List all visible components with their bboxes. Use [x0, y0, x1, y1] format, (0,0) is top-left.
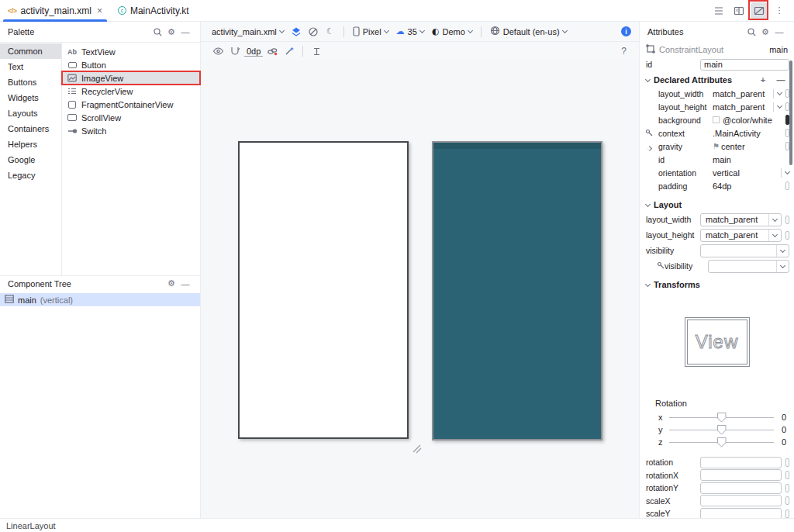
tools-visibility-combo[interactable] [708, 260, 789, 273]
add-attribute-icon[interactable]: + [756, 73, 770, 87]
pick-resource-icon[interactable] [785, 181, 789, 190]
file-selector-dropdown[interactable]: activity_main.xml [209, 26, 287, 38]
palette-item-button[interactable]: Button [62, 58, 200, 71]
tab-label: MainActivity.kt [130, 5, 189, 16]
xml-file-icon: </> [8, 7, 17, 15]
attr-row-context[interactable]: context .MainActivity [640, 126, 794, 140]
rotation-x-input[interactable] [700, 469, 782, 481]
resize-handle[interactable] [412, 444, 423, 454]
palette-items: Ab TextView Button ImageView [62, 43, 200, 275]
search-icon[interactable] [744, 25, 758, 39]
design-canvas[interactable] [201, 60, 639, 518]
attributes-panel: Attributes ⚙ — ConstraintLayout main id [639, 22, 794, 518]
attr-row-layout-height[interactable]: layout_height match_parent [640, 100, 794, 113]
pick-resource-icon[interactable] [785, 471, 789, 479]
gear-icon[interactable]: ⚙ [164, 277, 178, 291]
scrollbar-thumb[interactable] [789, 60, 792, 165]
category-legacy[interactable]: Legacy [0, 168, 61, 183]
autoconnect-icon[interactable] [227, 43, 243, 59]
tab-activity-main-xml[interactable]: </> activity_main.xml × [0, 0, 110, 22]
device-frame-toggle-icon[interactable] [306, 24, 321, 40]
palette-item-imageview[interactable]: ImageView [62, 71, 200, 85]
device-preview-design[interactable] [238, 141, 409, 439]
declared-attributes-section-header[interactable]: Declared Attributes + — [640, 72, 794, 87]
gear-icon[interactable]: ⚙ [758, 25, 772, 39]
more-options-icon[interactable]: ⋮ [771, 2, 788, 19]
slider-thumb[interactable] [717, 437, 727, 447]
infer-constraints-icon[interactable] [281, 43, 297, 59]
pick-resource-icon[interactable] [785, 510, 789, 518]
layout-row-tools-visibility: visibility [640, 258, 794, 274]
info-icon[interactable]: i [621, 26, 631, 36]
slider-thumb[interactable] [717, 413, 727, 423]
transforms-section-header[interactable]: Transforms [640, 277, 794, 292]
transform-preview-text: View [696, 331, 739, 353]
locale-selector-dropdown[interactable]: Default (en-us) [487, 24, 570, 39]
align-tools-icon[interactable] [309, 43, 324, 59]
clear-constraints-icon[interactable] [264, 43, 280, 59]
search-icon[interactable] [150, 25, 164, 39]
attr-row-id[interactable]: id main [640, 153, 794, 166]
attr-row-background[interactable]: background @color/white [640, 113, 794, 126]
split-view-icon[interactable] [730, 2, 747, 19]
rotation-label: Rotation [640, 399, 794, 411]
device-selector-dropdown[interactable]: Pixel [350, 25, 392, 38]
rotation-input[interactable] [700, 457, 782, 468]
pick-resource-icon[interactable] [785, 216, 789, 224]
gear-icon[interactable]: ⚙ [164, 25, 178, 39]
code-view-icon[interactable] [710, 2, 727, 19]
category-buttons[interactable]: Buttons [0, 74, 61, 90]
design-view-icon[interactable] [751, 2, 768, 19]
help-icon[interactable]: ? [621, 46, 630, 57]
view-options-icon[interactable] [210, 43, 226, 59]
pick-resource-icon[interactable] [785, 484, 789, 492]
category-common[interactable]: Common [0, 43, 61, 59]
category-containers[interactable]: Containers [0, 121, 61, 136]
attr-row-orientation[interactable]: orientation vertical [640, 166, 794, 179]
id-input[interactable] [700, 59, 789, 71]
api-level-dropdown[interactable]: ☁ 35 [393, 25, 427, 38]
pick-resource-icon[interactable] [785, 458, 789, 467]
layout-width-combo[interactable]: match_parent [700, 213, 782, 226]
palette-item-switch[interactable]: Switch [62, 124, 200, 137]
visibility-combo[interactable] [700, 244, 789, 257]
pick-resource-icon[interactable] [785, 496, 789, 505]
category-text[interactable]: Text [0, 59, 61, 74]
hide-panel-icon[interactable]: — [178, 277, 192, 291]
palette-item-recyclerview[interactable]: RecyclerView [62, 85, 200, 98]
design-surface-mode-icon[interactable] [288, 24, 304, 40]
hide-panel-icon[interactable]: — [178, 25, 192, 39]
component-tree-root-main[interactable]: main (vertical) [0, 293, 200, 306]
chevron-down-icon[interactable] [777, 90, 782, 95]
chevron-down-icon[interactable] [785, 169, 790, 174]
layout-row-layout-height: layout_height match_parent [640, 227, 794, 243]
category-widgets[interactable]: Widgets [0, 90, 61, 105]
hide-panel-icon[interactable]: — [772, 25, 786, 39]
rotation-y-input[interactable] [700, 482, 782, 494]
palette-item-textview[interactable]: Ab TextView [62, 45, 200, 58]
tab-mainactivity-kt[interactable]: c MainActivity.kt [110, 0, 197, 22]
category-helpers[interactable]: Helpers [0, 136, 61, 152]
layout-section-header[interactable]: Layout [640, 197, 794, 212]
category-layouts[interactable]: Layouts [0, 105, 61, 121]
expand-icon[interactable] [647, 145, 652, 150]
layout-height-combo[interactable]: match_parent [700, 229, 782, 242]
color-swatch-white[interactable] [713, 116, 720, 123]
default-margins-dropdown[interactable]: 0dp [244, 47, 263, 57]
chevron-down-icon[interactable] [777, 103, 782, 109]
pick-resource-icon[interactable] [785, 231, 789, 240]
remove-attribute-icon[interactable]: — [774, 73, 788, 87]
scale-x-input[interactable] [700, 495, 782, 506]
theme-selector-dropdown[interactable]: ◐ Demo [429, 25, 475, 38]
slider-thumb[interactable] [717, 425, 727, 435]
category-google[interactable]: Google [0, 152, 61, 168]
attr-row-layout-width[interactable]: layout_width match_parent [640, 87, 794, 100]
palette-item-scrollview[interactable]: ScrollView [62, 111, 200, 124]
palette-item-fragmentcontainerview[interactable]: FragmentContainerView [62, 98, 200, 111]
device-preview-blueprint-teal[interactable] [432, 141, 602, 440]
night-mode-icon[interactable]: ☾ [323, 24, 338, 40]
close-icon[interactable]: × [97, 5, 102, 16]
attr-row-gravity[interactable]: gravity ⚑center [640, 140, 794, 153]
attr-row-padding[interactable]: padding 64dp [640, 179, 794, 192]
kotlin-class-icon: c [118, 6, 126, 15]
